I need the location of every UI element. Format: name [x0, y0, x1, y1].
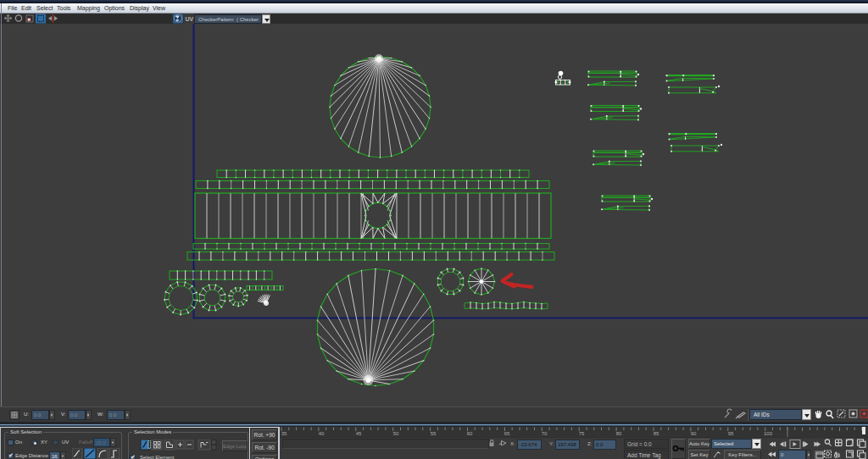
svg-text:UV: UV: [186, 16, 194, 22]
